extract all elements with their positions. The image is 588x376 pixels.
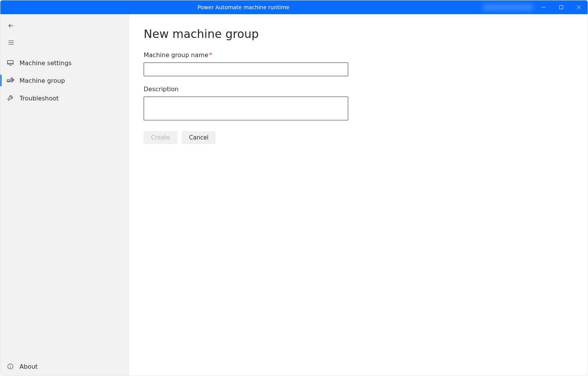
svg-rect-13: [11, 78, 13, 79]
titlebar: Power Automate machine runtime: [0, 0, 588, 14]
main-content: New machine group Machine group name* De…: [129, 14, 588, 376]
back-button[interactable]: [5, 20, 17, 32]
svg-rect-15: [13, 79, 14, 81]
svg-rect-14: [11, 80, 13, 82]
svg-rect-8: [8, 61, 13, 64]
titlebar-title: Power Automate machine runtime: [6, 4, 481, 10]
machine-group-name-label: Machine group name*: [144, 51, 573, 59]
svg-rect-11: [7, 80, 10, 82]
machine-group-icon: [7, 77, 14, 84]
page-title: New machine group: [144, 27, 573, 41]
sidebar-item-label: Troubleshoot: [20, 95, 59, 102]
sidebar-item-troubleshoot[interactable]: Troubleshoot: [0, 89, 129, 107]
sidebar-item-machine-settings[interactable]: Machine settings: [0, 54, 129, 72]
cancel-button[interactable]: Cancel: [182, 131, 216, 144]
sidebar-item-about[interactable]: About: [0, 357, 129, 376]
window-close-button[interactable]: [570, 0, 588, 14]
svg-point-18: [10, 365, 10, 365]
arrow-left-icon: [8, 22, 15, 29]
window-minimize-button[interactable]: [535, 0, 552, 14]
window-maximize-button[interactable]: [552, 0, 570, 14]
monitor-icon: [7, 59, 14, 67]
sidebar-item-label: Machine settings: [20, 59, 72, 67]
hamburger-button[interactable]: [5, 36, 17, 49]
wrench-icon: [7, 94, 14, 102]
create-button[interactable]: Create: [144, 131, 177, 144]
titlebar-user: [481, 0, 535, 14]
window-controls: [535, 0, 588, 14]
sidebar-item-label: Machine group: [20, 77, 65, 84]
machine-group-name-input[interactable]: [144, 62, 348, 76]
description-input[interactable]: [144, 97, 348, 120]
description-label: Description: [144, 85, 573, 93]
sidebar: Machine settings Machine group Troublesh…: [0, 14, 129, 376]
svg-rect-1: [560, 6, 563, 9]
info-icon: [7, 363, 14, 370]
hamburger-icon: [8, 39, 15, 46]
sidebar-item-label: About: [20, 363, 38, 370]
sidebar-item-machine-group[interactable]: Machine group: [0, 72, 129, 89]
